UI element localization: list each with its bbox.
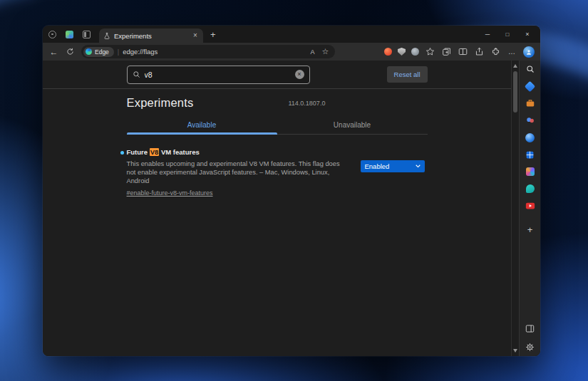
beaker-favicon-icon [103,32,110,40]
back-button[interactable]: ← [48,48,59,56]
extension-shield-icon[interactable] [398,48,406,56]
page-title: Experiments [127,95,428,110]
flags-tabs: Available Unavailable [127,117,428,135]
search-match-highlight: V8 [150,148,160,156]
sidebar-drop-icon[interactable] [525,183,536,194]
flag-name-text: Future [127,148,150,156]
sidebar-bottom-group [525,323,536,353]
tab-unavailable[interactable]: Unavailable [277,117,428,134]
collections-icon[interactable] [441,46,452,57]
scrollbar-thumb[interactable] [513,71,517,113]
flags-search-input[interactable] [145,71,291,79]
chevron-down-icon [416,165,421,168]
flag-value-label: Enabled [365,162,390,170]
window-body: × Reset all Experiments 114.0.1807.0 Ava… [43,61,540,356]
address-bar[interactable]: Edge | edge://flags A ☆ [81,45,335,58]
flags-content: Experiments 114.0.1807.0 Available Unava… [43,89,511,356]
tab-title: Experiments [114,32,187,40]
sidebar-pen-icon[interactable] [525,166,536,177]
flag-permalink[interactable]: #enable-future-v8-vm-features [127,189,213,197]
sidebar-shopping-icon[interactable] [525,80,536,92]
sidebar-add-button[interactable]: + [527,225,533,234]
search-icon [133,71,140,78]
tab-available-label: Available [187,121,216,129]
profile-avatar[interactable] [523,46,535,58]
sidebar-briefcase-icon[interactable] [525,98,536,109]
browser-window: Experiments × + ─ □ × ← Edge | edg [43,26,540,356]
flag-value-select[interactable]: Enabled [361,160,425,172]
tabstrip-left-icons [48,31,91,38]
favorites-icon[interactable] [425,46,435,57]
desktop-wallpaper: Experiments × + ─ □ × ← Edge | edg [0,0,588,381]
tab-available[interactable]: Available [127,117,277,134]
share-icon[interactable] [474,46,485,57]
url-text[interactable]: edge://flags [123,48,304,56]
read-aloud-icon[interactable]: A [308,48,317,56]
reset-all-button[interactable]: Reset all [387,66,428,83]
scroll-up-arrow-icon[interactable] [513,64,517,68]
more-menu-icon[interactable]: … [507,46,517,57]
scroll-down-arrow-icon[interactable] [513,349,517,353]
close-button[interactable]: × [517,26,537,43]
browser-toolbar: ← Edge | edge://flags A ☆ [43,43,540,61]
page-scrollbar[interactable] [511,61,519,356]
site-brand-badge[interactable]: Edge [83,47,114,57]
tab-unavailable-label: Unavailable [334,121,371,129]
address-separator: | [118,48,119,56]
add-favorite-star-icon[interactable]: ☆ [321,47,330,56]
minimize-button[interactable]: ─ [478,26,497,43]
refresh-button[interactable] [65,48,76,56]
browser-version: 114.0.1807.0 [289,100,326,107]
clear-search-button[interactable]: × [295,70,304,79]
tab-strip: Experiments × + ─ □ × [43,26,540,43]
sidebar-search-icon[interactable] [525,63,536,75]
tab-close-button[interactable]: × [191,31,200,40]
sidebar-settings-gear-icon[interactable] [525,341,536,353]
window-controls: ─ □ × [478,26,537,43]
flags-search-box[interactable]: × [127,66,310,84]
extensions-puzzle-icon[interactable] [490,46,501,57]
modified-flag-dot [120,151,124,155]
sidebar-video-icon[interactable] [525,200,536,212]
sidebar-panel-icon[interactable] [525,323,536,334]
flags-search-row: × Reset all [43,61,511,89]
sidebar-people-icon[interactable] [525,115,536,126]
extension-globe-icon[interactable] [411,48,419,56]
sidebar-grid-icon[interactable] [525,149,536,160]
vertical-tabs-icon[interactable] [83,31,91,38]
edge-logo-icon [86,48,92,55]
flag-name-text: VM features [159,148,200,156]
maximize-button[interactable]: □ [497,26,517,43]
flag-entry: Future V8 VM features This enables upcom… [127,148,428,198]
new-tab-button[interactable]: + [210,30,216,39]
brand-label: Edge [95,48,109,56]
workspaces-icon[interactable] [66,31,73,38]
browser-task-icon[interactable] [48,31,56,38]
flag-name: Future V8 VM features [127,148,428,157]
active-tab[interactable]: Experiments × [99,28,203,43]
extension-red-icon[interactable] [384,48,392,56]
sidebar-sphere-icon[interactable] [525,132,536,143]
flag-description: This enables upcoming and experimental V… [127,160,342,185]
flags-page: × Reset all Experiments 114.0.1807.0 Ava… [43,61,511,356]
split-screen-icon[interactable] [458,46,468,57]
edge-sidebar: + [519,61,540,356]
